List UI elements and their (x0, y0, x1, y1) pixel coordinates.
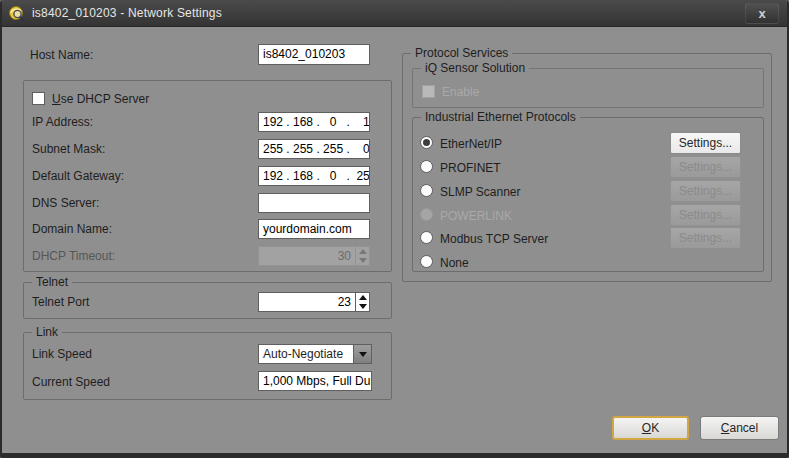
radio-profinet-label[interactable]: PROFINET (440, 161, 501, 175)
ip-address-label: IP Address: (32, 115, 93, 129)
protocol-services-label: Protocol Services (411, 46, 512, 60)
telnet-port-spinner[interactable] (356, 292, 370, 312)
spin-down-icon (356, 256, 369, 265)
app-sensor-icon (8, 5, 25, 22)
link-speed-dropdown[interactable]: Auto-Negotiate (258, 344, 372, 364)
ip-address-input[interactable]: 192 . 168 . 0 . 1 (258, 112, 370, 132)
radio-ethernet-ip-label[interactable]: EtherNet/IP (440, 137, 502, 151)
telnet-group-label: Telnet (32, 275, 72, 289)
domain-name-label: Domain Name: (32, 222, 112, 236)
use-dhcp-label[interactable]: Use DHCP Server (52, 92, 149, 106)
spin-up-icon[interactable] (356, 293, 369, 302)
radio-powerlink (420, 208, 433, 221)
ok-button[interactable]: OK (612, 416, 689, 440)
title-bar[interactable]: is8402_010203 - Network Settings x (0, 0, 789, 27)
radio-modbus-tcp-label[interactable]: Modbus TCP Server (440, 232, 548, 246)
dhcp-timeout-label: DHCP Timeout: (32, 249, 115, 263)
dns-server-input[interactable]: 192 . 168 . 0 . 2 (258, 193, 370, 213)
telnet-port-input[interactable]: 23 (258, 292, 356, 312)
radio-none-label[interactable]: None (440, 256, 469, 270)
link-speed-label: Link Speed (32, 347, 92, 361)
industrial-protocols-label: Industrial Ethernet Protocols (421, 110, 580, 124)
window-title: is8402_010203 - Network Settings (32, 6, 222, 20)
dns-server-label: DNS Server: (32, 196, 99, 210)
dhcp-timeout-input: 30 (258, 246, 356, 266)
network-settings-dialog: is8402_010203 - Network Settings x Host … (0, 0, 789, 458)
iq-sensor-label: iQ Sensor Solution (421, 61, 529, 75)
default-gateway-input[interactable]: 192 . 168 . 0 . 254 (258, 166, 370, 186)
iq-enable-checkbox (422, 85, 435, 98)
radio-slmp-scanner-label[interactable]: SLMP Scanner (440, 185, 521, 199)
use-dhcp-checkbox[interactable] (32, 92, 45, 105)
default-gateway-label: Default Gateway: (32, 169, 124, 183)
current-speed-label: Current Speed (32, 375, 110, 389)
radio-none[interactable] (420, 255, 433, 268)
modbus-settings-button: Settings... (670, 227, 741, 249)
slmp-settings-button: Settings... (670, 180, 741, 202)
dhcp-timeout-spinner (356, 246, 370, 266)
profinet-settings-button: Settings... (670, 156, 741, 178)
link-group-label: Link (32, 325, 62, 339)
subnet-mask-input[interactable]: 255 . 255 . 255 . 0 (258, 139, 370, 159)
chevron-down-icon[interactable] (353, 345, 371, 363)
close-icon[interactable]: x (745, 3, 779, 24)
powerlink-settings-button: Settings... (670, 204, 741, 226)
radio-modbus-tcp[interactable] (420, 231, 433, 244)
telnet-port-label: Telnet Port (32, 295, 89, 309)
current-speed-input[interactable]: 1,000 Mbps, Full Dup (258, 371, 372, 391)
subnet-mask-label: Subnet Mask: (32, 142, 105, 156)
spin-up-icon (356, 247, 369, 256)
radio-profinet[interactable] (420, 160, 433, 173)
radio-slmp-scanner[interactable] (420, 184, 433, 197)
radio-ethernet-ip[interactable] (420, 136, 433, 149)
host-name-label: Host Name: (30, 48, 93, 62)
iq-enable-label: Enable (442, 85, 479, 99)
spin-down-icon[interactable] (356, 302, 369, 311)
host-name-input[interactable]: is8402_010203 (258, 44, 370, 65)
radio-powerlink-label: POWERLINK (440, 209, 512, 223)
cancel-button[interactable]: Cancel (700, 416, 779, 440)
domain-name-input[interactable]: yourdomain.com (258, 219, 370, 239)
ethernet-ip-settings-button[interactable]: Settings... (670, 132, 741, 154)
link-speed-value: Auto-Negotiate (259, 345, 353, 363)
